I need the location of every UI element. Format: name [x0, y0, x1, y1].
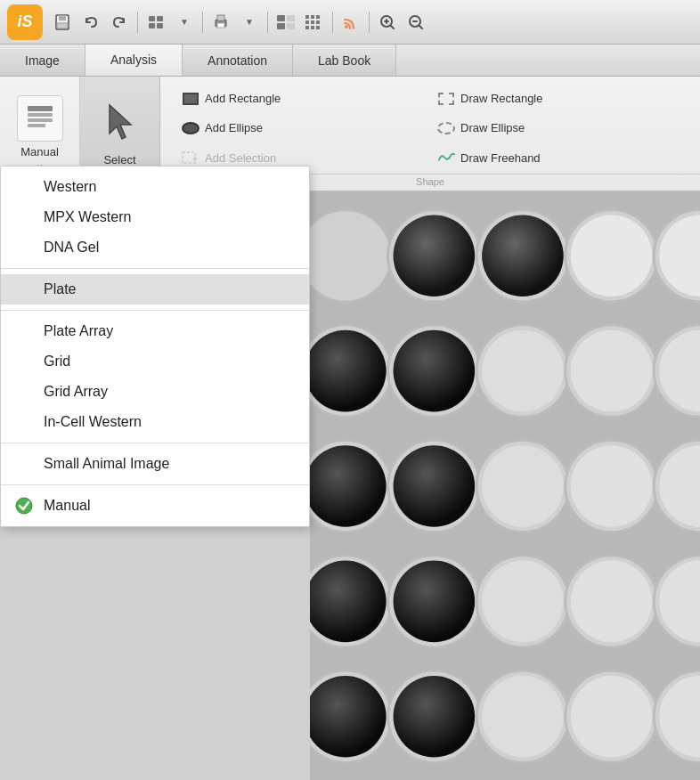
view-dropdown[interactable]: ▼: [172, 10, 197, 35]
svg-rect-5: [149, 23, 155, 28]
dropdown-group-3: Plate Array Grid Grid Array In-Cell West…: [1, 311, 309, 443]
svg-point-71: [394, 561, 476, 643]
svg-point-39: [310, 209, 392, 302]
dropdown-menu: Western MPX Western DNA Gel Plate Plate …: [0, 166, 310, 527]
zoom-out-button[interactable]: [403, 10, 428, 35]
svg-rect-12: [277, 23, 285, 29]
add-ellipse-button[interactable]: Add Ellipse: [175, 113, 430, 142]
svg-rect-19: [316, 20, 320, 24]
dropdown-item-plate-array[interactable]: Plate Array: [1, 316, 309, 346]
dropdown-item-in-cell-western[interactable]: In-Cell Western: [1, 407, 309, 437]
svg-rect-13: [287, 23, 295, 29]
svg-marker-35: [110, 105, 131, 139]
dropdown-item-western[interactable]: Western: [1, 172, 309, 202]
dropdown-group-2: Plate: [1, 269, 309, 311]
svg-text:+: +: [192, 154, 198, 164]
svg-point-45: [571, 215, 653, 297]
dropdown-arrow: ▼: [180, 17, 189, 27]
svg-point-61: [394, 445, 476, 527]
svg-rect-15: [311, 15, 314, 19]
redo-button[interactable]: [107, 10, 132, 35]
svg-point-73: [482, 561, 564, 643]
undo-button[interactable]: [78, 10, 103, 35]
dropdown-item-mpx-western[interactable]: MPX Western: [1, 202, 309, 232]
add-rectangle-icon: [182, 90, 199, 108]
add-rectangle-button[interactable]: Add Rectangle: [175, 84, 430, 113]
svg-point-83: [482, 676, 564, 758]
svg-line-30: [419, 25, 423, 28]
draw-freehand-button[interactable]: Draw Freehand: [430, 143, 686, 173]
grid-button-1[interactable]: [273, 10, 298, 35]
dropdown-item-small-animal[interactable]: Small Animal Image: [1, 449, 309, 479]
title-bar: iS: [0, 0, 700, 45]
manual-checkmark-icon: [15, 497, 33, 515]
well-row-3: [310, 440, 700, 532]
grid-button-2[interactable]: [302, 10, 327, 35]
print-dropdown[interactable]: ▼: [237, 10, 262, 35]
svg-point-63: [482, 445, 564, 527]
draw-rectangle-button[interactable]: Draw Rectangle: [430, 84, 686, 113]
rss-button[interactable]: [338, 10, 363, 35]
draw-freehand-icon: [437, 149, 455, 167]
svg-rect-31: [28, 106, 53, 111]
tab-image[interactable]: Image: [0, 45, 85, 76]
dropdown-group-1: Western MPX Western DNA Gel: [1, 167, 309, 269]
toolbar-separator-3: [267, 12, 268, 33]
svg-point-38: [16, 498, 32, 514]
select-cursor-icon: [102, 102, 138, 150]
svg-rect-20: [305, 26, 309, 29]
dropdown-item-grid[interactable]: Grid: [1, 346, 309, 377]
dropdown-item-dna-gel[interactable]: DNA Gel: [1, 232, 309, 263]
tab-annotation[interactable]: Annotation: [183, 45, 293, 76]
svg-point-81: [394, 676, 476, 758]
svg-point-85: [571, 676, 653, 758]
select-label: Select: [103, 153, 135, 167]
manual-label: Manual: [20, 145, 59, 158]
toolbar-separator-1: [137, 12, 138, 33]
toolbar-separator-4: [332, 12, 333, 33]
tab-analysis[interactable]: Analysis: [85, 45, 183, 76]
svg-point-55: [571, 330, 653, 412]
draw-rectangle-icon: [437, 90, 455, 108]
print-button[interactable]: [208, 10, 233, 35]
dropdown-item-plate[interactable]: Plate: [1, 274, 309, 305]
svg-point-43: [482, 215, 564, 297]
svg-rect-11: [287, 15, 295, 21]
svg-point-53: [482, 330, 564, 412]
svg-point-65: [571, 445, 653, 527]
svg-rect-2: [57, 23, 68, 28]
svg-rect-17: [305, 20, 309, 24]
add-ellipse-icon: [182, 119, 199, 137]
svg-rect-8: [217, 15, 224, 20]
svg-rect-16: [316, 15, 320, 19]
draw-ellipse-icon: [437, 119, 455, 137]
app-icon: iS: [7, 4, 43, 40]
well-row-1: [310, 209, 700, 302]
svg-rect-4: [157, 16, 163, 21]
well-row-2: [310, 325, 700, 418]
toolbar: ▼ ▼: [50, 10, 693, 35]
svg-point-41: [394, 215, 476, 297]
draw-ellipse-button[interactable]: Draw Ellipse: [430, 113, 686, 142]
svg-rect-3: [149, 16, 155, 21]
toolbar-separator-5: [369, 12, 370, 33]
view-button[interactable]: [143, 10, 168, 35]
svg-line-27: [391, 25, 395, 28]
svg-rect-32: [28, 113, 53, 117]
svg-point-23: [345, 25, 348, 28]
svg-rect-34: [28, 124, 45, 127]
svg-rect-21: [311, 26, 314, 29]
dropdown-group-4: Small Animal Image: [1, 443, 309, 485]
save-button[interactable]: [50, 10, 75, 35]
tab-labbook[interactable]: Lab Book: [293, 45, 396, 76]
svg-rect-14: [305, 15, 309, 19]
plate-visualization: [310, 192, 700, 780]
manual-icon: [17, 95, 63, 142]
svg-rect-9: [217, 23, 224, 28]
dropdown-arrow-2: ▼: [245, 17, 254, 27]
zoom-in-button[interactable]: [375, 10, 400, 35]
dropdown-item-manual[interactable]: Manual: [1, 491, 309, 521]
well-row-5: [310, 670, 700, 763]
toolbar-separator-2: [202, 12, 203, 33]
dropdown-item-grid-array[interactable]: Grid Array: [1, 377, 309, 407]
